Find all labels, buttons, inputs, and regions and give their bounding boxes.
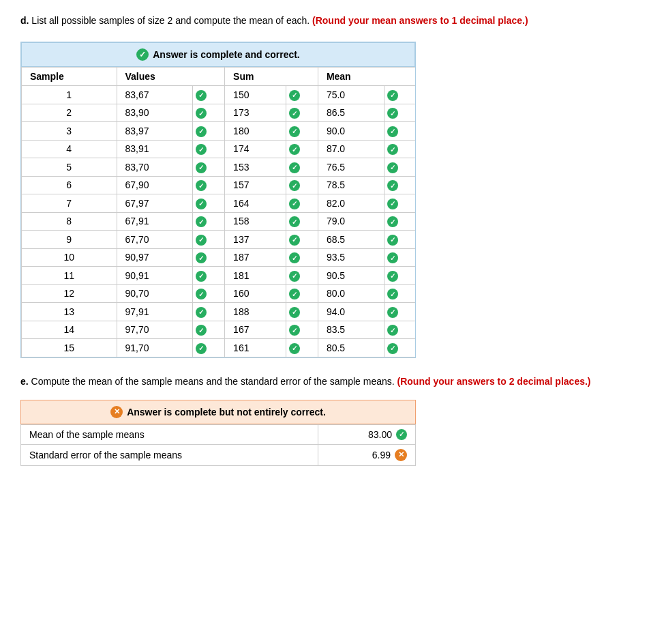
table-row: 283,90✓173✓86.5✓ [22, 104, 417, 122]
cell-mean: 80.5 [318, 339, 384, 357]
cell-sample: 8 [22, 212, 117, 231]
check-icon: ✓ [196, 325, 207, 336]
cell-sum-check: ✓ [286, 303, 318, 321]
cell-values: 97,70 [117, 321, 193, 339]
cell-values: 67,97 [117, 194, 193, 213]
cell-sum-check: ✓ [286, 339, 318, 357]
check-icon: ✓ [387, 216, 398, 227]
cell-sample: 12 [22, 284, 117, 303]
check-icon: ✓ [387, 235, 398, 246]
bottom-section: ✕ Answer is complete but not entirely co… [20, 400, 416, 466]
check-icon: ✓ [289, 216, 300, 227]
cell-mean-check: ✓ [384, 176, 416, 194]
check-icon: ✓ [289, 343, 300, 354]
check-icon: ✓ [196, 126, 207, 137]
check-icon: ✓ [289, 180, 300, 191]
check-icon: ✓ [387, 271, 398, 282]
question-e-text: Compute the mean of the sample means and… [29, 376, 397, 387]
samples-table: Sample Values Sum Mean 183,67✓150✓75.0✓2… [21, 67, 416, 357]
check-icon: ✓ [387, 90, 398, 101]
cell-values-check: ✓ [193, 122, 225, 141]
cell-values: 67,70 [117, 231, 193, 249]
cell-sum-check: ✓ [286, 212, 318, 231]
bottom-table: Mean of the sample means83.00✓Standard e… [20, 424, 416, 466]
cell-values-check: ✓ [193, 284, 225, 303]
col-header-mean: Mean [318, 68, 416, 86]
bottom-row-value: 6.99✕ [318, 444, 415, 465]
cell-values-check: ✓ [193, 86, 225, 104]
cell-sum: 157 [225, 176, 286, 194]
check-icon: ✓ [196, 235, 207, 246]
cell-mean-check: ✓ [384, 194, 416, 213]
check-icon: ✓ [289, 325, 300, 336]
cell-sum-check: ✓ [286, 122, 318, 141]
cell-sum: 137 [225, 231, 286, 249]
cell-sum: 180 [225, 122, 286, 141]
cell-mean: 80.0 [318, 284, 384, 303]
check-icon: ✓ [387, 289, 398, 299]
check-icon: ✓ [387, 180, 398, 191]
cell-sum-check: ✓ [286, 140, 318, 158]
cell-mean: 78.5 [318, 176, 384, 194]
cell-sum-check: ✓ [286, 267, 318, 285]
cell-values: 97,91 [117, 303, 193, 321]
cell-values: 83,90 [117, 104, 193, 122]
cell-mean-check: ✓ [384, 104, 416, 122]
question-d-bold: (Round your mean answers to 1 decimal pl… [312, 15, 528, 26]
check-icon: ✓ [196, 289, 207, 299]
table-row: 767,97✓164✓82.0✓ [22, 194, 417, 213]
check-icon: ✓ [289, 271, 300, 282]
check-icon: ✓ [396, 429, 407, 440]
cell-mean-check: ✓ [384, 303, 416, 321]
check-icon: ✓ [387, 126, 398, 137]
banner-x-icon: ✕ [110, 406, 123, 418]
cell-sample: 6 [22, 176, 117, 194]
col-header-sum: Sum [225, 68, 318, 86]
cell-mean: 87.0 [318, 140, 384, 158]
cell-values-check: ✓ [193, 212, 225, 231]
cell-mean-check: ✓ [384, 140, 416, 158]
bottom-row-number: 83.00 [368, 429, 392, 440]
check-icon: ✓ [387, 307, 398, 318]
cell-mean: 93.5 [318, 248, 384, 267]
cell-sample: 10 [22, 248, 117, 267]
cell-sum-check: ✓ [286, 321, 318, 339]
cell-mean-check: ✓ [384, 284, 416, 303]
cell-sum: 164 [225, 194, 286, 213]
table-row: 483,91✓174✓87.0✓ [22, 140, 417, 158]
cell-sum: 187 [225, 248, 286, 267]
cell-mean: 86.5 [318, 104, 384, 122]
check-icon: ✓ [196, 271, 207, 282]
table-row: 667,90✓157✓78.5✓ [22, 176, 417, 194]
cell-sample: 13 [22, 303, 117, 321]
bottom-table-row: Standard error of the sample means6.99✕ [21, 444, 416, 465]
cell-mean: 82.0 [318, 194, 384, 213]
banner-green-text: Answer is complete and correct. [153, 49, 300, 60]
check-icon: ✓ [196, 252, 207, 263]
cell-sum: 160 [225, 284, 286, 303]
cell-values-check: ✓ [193, 303, 225, 321]
cell-mean-check: ✓ [384, 231, 416, 249]
cell-sample: 1 [22, 86, 117, 104]
cell-sum: 188 [225, 303, 286, 321]
cell-sum: 181 [225, 267, 286, 285]
check-icon: ✓ [196, 108, 207, 119]
table-header-row: Sample Values Sum Mean [22, 68, 417, 86]
banner-check-icon: ✓ [136, 48, 149, 61]
cell-sum: 153 [225, 158, 286, 177]
cell-values: 83,70 [117, 158, 193, 177]
question-d-label: d. [20, 15, 29, 26]
bottom-row-label: Mean of the sample means [21, 424, 318, 444]
check-icon: ✓ [289, 307, 300, 318]
cell-sum-check: ✓ [286, 194, 318, 213]
cell-sample: 7 [22, 194, 117, 213]
cell-sum-check: ✓ [286, 86, 318, 104]
check-icon: ✓ [387, 343, 398, 354]
table-row: 867,91✓158✓79.0✓ [22, 212, 417, 231]
cell-mean-check: ✓ [384, 321, 416, 339]
cell-mean-check: ✓ [384, 248, 416, 267]
check-icon: ✓ [196, 343, 207, 354]
bottom-row-number: 6.99 [372, 450, 391, 460]
bottom-row-label: Standard error of the sample means [21, 444, 318, 465]
table-row: 1497,70✓167✓83.5✓ [22, 321, 417, 339]
